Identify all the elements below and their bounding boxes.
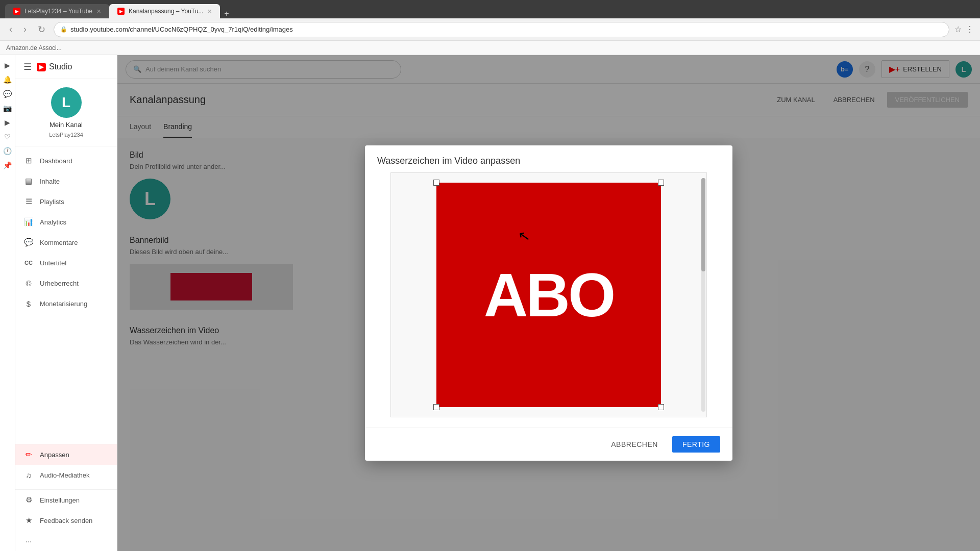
einstellungen-label: Einstellungen <box>40 496 80 504</box>
yt-instagram-icon[interactable]: 📷 <box>2 102 14 114</box>
crop-handle-br[interactable] <box>658 404 664 410</box>
sidebar-nav: ⊞ Dashboard ▤ Inhalte ☰ Playlists 📊 Anal… <box>15 146 117 444</box>
modal-header: Wasserzeichen im Video anpassen <box>365 145 732 172</box>
yt-pin-icon[interactable]: 📌 <box>2 159 14 171</box>
yt-logo-icon: ▶ <box>37 63 46 71</box>
untertitel-icon: CC <box>23 258 34 268</box>
channel-name: Mein Kanal <box>50 121 83 129</box>
left-icon-strip: ▶ 🔔 💬 📷 ▶ ♡ 🕐 📌 <box>0 55 15 551</box>
yt-layout: ▶ 🔔 💬 📷 ▶ ♡ 🕐 📌 ☰ ▶ Studio L Mein Kanal <box>0 55 980 551</box>
address-bar[interactable]: 🔒 studio.youtube.com/channel/UCocN6zQPHQ… <box>54 22 949 37</box>
sidebar-item-kommentare[interactable]: 💬 Kommentare <box>15 232 117 253</box>
sidebar-item-anpassen[interactable]: ✏ Anpassen <box>15 444 117 465</box>
analytics-icon: 📊 <box>23 217 34 227</box>
anpassen-label: Anpassen <box>40 451 69 459</box>
browser-toolbar: ‹ › ↻ 🔒 studio.youtube.com/channel/UCocN… <box>0 18 980 41</box>
bookmark-icon[interactable]: ☆ <box>954 24 962 34</box>
monetarisierung-icon: $ <box>23 298 34 309</box>
main-content: 🔍 Auf deinem Kanal suchen b≡ ? ▶+ ERSTEL… <box>117 55 980 551</box>
modal-body: ABO ↖ <box>365 172 732 428</box>
inhalte-label: Inhalte <box>40 178 60 185</box>
playlists-label: Playlists <box>40 198 64 206</box>
yt-message-icon[interactable]: 💬 <box>2 88 14 100</box>
sidebar-item-playlists[interactable]: ☰ Playlists <box>15 191 117 212</box>
tab2-label: Kanalanpassung – YouTu... <box>129 8 203 15</box>
sidebar-item-untertitel[interactable]: CC Untertitel <box>15 253 117 273</box>
modal-title: Wasserzeichen im Video anpassen <box>377 156 520 166</box>
hamburger-icon[interactable]: ☰ <box>23 61 32 72</box>
sidebar-item-dashboard[interactable]: ⊞ Dashboard <box>15 151 117 171</box>
feedback-label: Feedback senden <box>40 517 92 524</box>
crop-handle-bl[interactable] <box>433 404 439 410</box>
address-text: studio.youtube.com/channel/UCocN6zQPHQZ_… <box>70 26 293 33</box>
modal-overlay: Wasserzeichen im Video anpassen ABO <box>117 55 980 551</box>
browser-tab-bar: ▶ LetsPlay1234 – YouTube ✕ ▶ Kanalanpass… <box>0 0 980 18</box>
amazon-ext-label: Amazon.de Associ... <box>6 44 62 52</box>
yt-play-icon[interactable]: ▶ <box>2 116 14 129</box>
monetarisierung-label: Monetarisierung <box>40 300 87 308</box>
dashboard-icon: ⊞ <box>23 156 34 166</box>
sidebar-item-feedback[interactable]: ★ Feedback senden <box>15 510 117 531</box>
feedback-icon: ★ <box>23 515 34 525</box>
image-crop-container[interactable]: ABO ↖ <box>436 183 661 407</box>
back-button[interactable]: ‹ <box>6 22 15 37</box>
image-scrollbar[interactable] <box>701 178 705 412</box>
refresh-button[interactable]: ↻ <box>35 22 48 37</box>
yt-bell-icon[interactable]: 🔔 <box>2 73 14 86</box>
modal-done-button[interactable]: FERTIG <box>672 436 720 453</box>
inhalte-icon: ▤ <box>23 176 34 186</box>
channel-avatar[interactable]: L <box>51 87 82 118</box>
tab2-favicon: ▶ <box>117 8 125 15</box>
einstellungen-icon: ⚙ <box>23 495 34 505</box>
sidebar-item-more[interactable]: ··· <box>15 531 117 551</box>
modal-dialog: Wasserzeichen im Video anpassen ABO <box>365 145 732 461</box>
yt-home-icon[interactable]: ▶ <box>2 59 14 71</box>
crop-handle-tl[interactable] <box>433 180 439 186</box>
studio-label: Studio <box>49 62 72 71</box>
analytics-label: Analytics <box>40 218 66 226</box>
tab1-close[interactable]: ✕ <box>96 8 101 15</box>
extensions-bar: Amazon.de Associ... <box>0 41 980 55</box>
sidebar-header: ☰ ▶ Studio <box>15 55 117 79</box>
modal-cancel-button[interactable]: ABBRECHEN <box>603 436 666 453</box>
playlists-icon: ☰ <box>23 196 34 207</box>
audio-mediathek-label: Audio-Mediathek <box>40 471 90 479</box>
browser-tab-2[interactable]: ▶ Kanalanpassung – YouTu... ✕ <box>109 4 220 18</box>
modal-footer: ABBRECHEN FERTIG <box>365 428 732 461</box>
yt-clock-icon[interactable]: 🕐 <box>2 145 14 157</box>
new-tab-button[interactable]: + <box>220 9 233 18</box>
sidebar-item-inhalte[interactable]: ▤ Inhalte <box>15 171 117 191</box>
tab1-favicon: ▶ <box>13 8 20 15</box>
dashboard-label: Dashboard <box>40 157 72 165</box>
channel-handle: LetsPlay1234 <box>49 132 83 138</box>
sidebar-item-urheberrecht[interactable]: © Urheberrecht <box>15 273 117 293</box>
crop-image: ABO <box>436 183 661 407</box>
yt-studio-logo: ▶ Studio <box>37 62 72 71</box>
kommentare-label: Kommentare <box>40 239 78 246</box>
channel-info: L Mein Kanal LetsPlay1234 <box>15 79 117 146</box>
forward-button[interactable]: › <box>20 22 30 37</box>
urheberrecht-icon: © <box>23 278 34 288</box>
settings-icon[interactable]: ⋮ <box>966 24 974 34</box>
browser-tab-1[interactable]: ▶ LetsPlay1234 – YouTube ✕ <box>5 4 109 18</box>
sidebar-item-analytics[interactable]: 📊 Analytics <box>15 212 117 232</box>
urheberrecht-label: Urheberrecht <box>40 280 79 287</box>
browser-tabs: ▶ LetsPlay1234 – YouTube ✕ ▶ Kanalanpass… <box>5 0 233 18</box>
untertitel-label: Untertitel <box>40 259 66 267</box>
browser-frame: ▶ LetsPlay1234 – YouTube ✕ ▶ Kanalanpass… <box>0 0 980 551</box>
tab2-close[interactable]: ✕ <box>207 8 212 15</box>
sidebar-item-einstellungen[interactable]: ⚙ Einstellungen <box>15 490 117 510</box>
crop-handle-tr[interactable] <box>658 180 664 186</box>
sidebar-item-monetarisierung[interactable]: $ Monetarisierung <box>15 293 117 314</box>
crop-image-text: ABO <box>484 260 614 330</box>
sidebar: ☰ ▶ Studio L Mein Kanal LetsPlay1234 ⊞ D… <box>15 55 117 551</box>
image-editor[interactable]: ABO ↖ <box>390 172 707 417</box>
more-icon: ··· <box>23 536 34 546</box>
tab1-label: LetsPlay1234 – YouTube <box>24 8 92 15</box>
kommentare-icon: 💬 <box>23 237 34 247</box>
audio-mediathek-icon: ♫ <box>23 470 34 480</box>
sidebar-item-audio-mediathek[interactable]: ♫ Audio-Mediathek <box>15 465 117 485</box>
anpassen-icon: ✏ <box>23 449 34 460</box>
browser-actions: ☆ ⋮ <box>954 24 974 34</box>
yt-heart-icon[interactable]: ♡ <box>2 131 14 143</box>
